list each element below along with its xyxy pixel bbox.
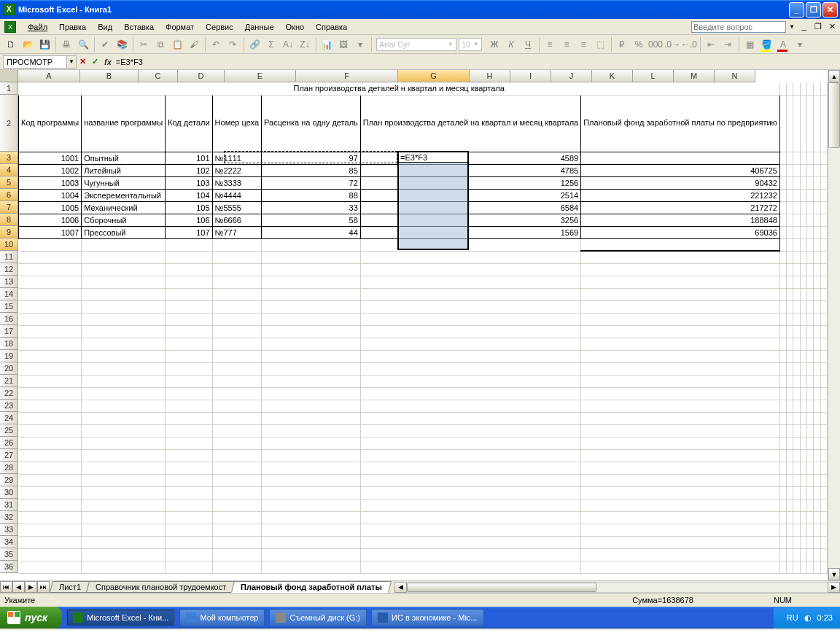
cell-F11[interactable] xyxy=(360,251,580,263)
cell-M23[interactable] xyxy=(814,400,820,412)
scroll-left-icon[interactable]: ◀ xyxy=(394,582,407,593)
cell-L34[interactable] xyxy=(807,536,814,548)
cell-B2[interactable]: название программы xyxy=(82,95,166,152)
row-header-15[interactable]: 15 xyxy=(0,300,18,313)
cell-D27[interactable] xyxy=(212,449,261,462)
menu-insert[interactable]: Вставка xyxy=(118,21,160,33)
cell-N1[interactable] xyxy=(820,82,827,95)
cell-E11[interactable] xyxy=(262,251,361,263)
cell-G23[interactable] xyxy=(581,400,780,412)
column-header-G[interactable]: G xyxy=(398,70,470,82)
cell-C30[interactable] xyxy=(166,486,213,499)
cell-A14[interactable] xyxy=(19,288,82,300)
cell-F18[interactable] xyxy=(360,338,580,350)
cell-K32[interactable] xyxy=(800,511,806,524)
cell-J16[interactable] xyxy=(793,313,800,325)
cell-F36[interactable] xyxy=(360,561,580,573)
row-header-9[interactable]: 9 xyxy=(0,226,18,238)
cell-M20[interactable] xyxy=(814,362,820,375)
cell-A4[interactable]: 1002 xyxy=(19,164,82,176)
cell-C11[interactable] xyxy=(166,251,213,263)
cell-I2[interactable] xyxy=(787,95,793,152)
cell-I15[interactable] xyxy=(787,300,793,313)
cell-I13[interactable] xyxy=(787,276,793,288)
cell-K30[interactable] xyxy=(800,486,806,499)
row-header-13[interactable]: 13 xyxy=(0,276,18,288)
cell-C33[interactable] xyxy=(166,524,213,536)
cell-D2[interactable]: Номер цеха xyxy=(212,95,261,152)
row-header-24[interactable]: 24 xyxy=(0,412,18,424)
formula-enter-button[interactable]: ✓ xyxy=(92,57,98,66)
cell-A6[interactable]: 1004 xyxy=(19,189,82,201)
cell-F34[interactable] xyxy=(360,536,580,548)
cell-E10[interactable] xyxy=(262,238,361,251)
column-header-F[interactable]: F xyxy=(296,70,398,82)
cell-A27[interactable] xyxy=(19,449,82,462)
toolbar-options-icon[interactable]: ▾ xyxy=(352,36,368,52)
print-button[interactable]: 🖶 xyxy=(58,36,74,52)
cell-E14[interactable] xyxy=(262,288,361,300)
column-header-I[interactable]: I xyxy=(510,70,551,82)
cell-I11[interactable] xyxy=(787,251,793,263)
cell-A19[interactable] xyxy=(19,350,82,362)
row-header-29[interactable]: 29 xyxy=(0,474,18,486)
cell-H30[interactable] xyxy=(779,486,786,499)
cell-E18[interactable] xyxy=(262,338,361,350)
cell-A17[interactable] xyxy=(19,325,82,338)
cell-D29[interactable] xyxy=(212,474,261,486)
workbook-icon[interactable]: X xyxy=(4,21,16,33)
column-header-M[interactable]: M xyxy=(674,70,715,82)
cell-N29[interactable] xyxy=(820,474,827,486)
cell-K27[interactable] xyxy=(800,449,806,462)
cell-N14[interactable] xyxy=(820,288,827,300)
column-header-H[interactable]: H xyxy=(470,70,510,82)
cell-G20[interactable] xyxy=(581,362,780,375)
cell-I16[interactable] xyxy=(787,313,793,325)
fill-color-button[interactable]: 🪣 xyxy=(758,36,774,52)
cell-L10[interactable] xyxy=(807,238,814,251)
cell-J25[interactable] xyxy=(793,424,800,437)
cell-D8[interactable]: №6666 xyxy=(212,214,261,226)
cell-D28[interactable] xyxy=(212,462,261,474)
column-header-A[interactable]: A xyxy=(18,70,80,82)
cell-H19[interactable] xyxy=(779,350,786,362)
row-header-4[interactable]: 4 xyxy=(0,164,18,176)
cell-H7[interactable] xyxy=(779,201,786,214)
cell-K21[interactable] xyxy=(800,375,806,387)
cell-M32[interactable] xyxy=(814,511,820,524)
cell-K13[interactable] xyxy=(800,276,806,288)
cell-L18[interactable] xyxy=(807,338,814,350)
cell-I25[interactable] xyxy=(787,424,793,437)
cell-E15[interactable] xyxy=(262,300,361,313)
cell-G10[interactable] xyxy=(581,238,780,251)
cell-G25[interactable] xyxy=(581,424,780,437)
hscroll-thumb[interactable] xyxy=(407,583,596,592)
cell-G19[interactable] xyxy=(581,350,780,362)
cell-B26[interactable] xyxy=(82,437,166,449)
cell-A35[interactable] xyxy=(19,548,82,561)
cell-B19[interactable] xyxy=(82,350,166,362)
cell-N11[interactable] xyxy=(820,251,827,263)
cell-L19[interactable] xyxy=(807,350,814,362)
formula-input[interactable] xyxy=(114,55,837,69)
cell-H25[interactable] xyxy=(779,424,786,437)
cell-N9[interactable] xyxy=(820,226,827,238)
cell-D18[interactable] xyxy=(212,338,261,350)
cell-B3[interactable]: Опытный xyxy=(82,152,166,164)
cell-M29[interactable] xyxy=(814,474,820,486)
font-name-selector[interactable]: Arial Cyr▼ xyxy=(376,38,456,51)
cell-N7[interactable] xyxy=(820,201,827,214)
cell-D15[interactable] xyxy=(212,300,261,313)
cell-D23[interactable] xyxy=(212,400,261,412)
cell-N5[interactable] xyxy=(820,176,827,189)
cell-M2[interactable] xyxy=(814,95,820,152)
cell-E26[interactable] xyxy=(262,437,361,449)
cell-E20[interactable] xyxy=(262,362,361,375)
row-header-8[interactable]: 8 xyxy=(0,214,18,226)
cell-F10[interactable] xyxy=(360,238,580,251)
cell-N8[interactable] xyxy=(820,214,827,226)
tray-icon[interactable]: ◐ xyxy=(804,613,812,623)
cell-M8[interactable] xyxy=(814,214,820,226)
cell-N35[interactable] xyxy=(820,548,827,561)
cell-F2[interactable]: План производства деталей на квартал и м… xyxy=(360,95,580,152)
